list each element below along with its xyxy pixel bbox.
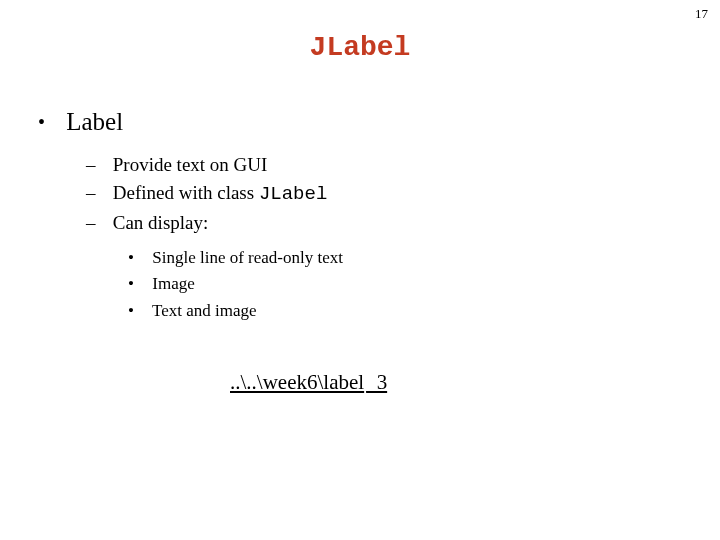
subbullet-text: Provide text on GUI (113, 154, 268, 175)
subbullet-can-display: Can display: Single line of read-only te… (86, 209, 720, 325)
bullet-label: Label Provide text on GUI Defined with c… (38, 103, 720, 324)
slide-content: Label Provide text on GUI Defined with c… (0, 103, 720, 395)
file-link-tail: _3 (364, 370, 387, 394)
subbullet-text-prefix: Defined with class (113, 182, 259, 203)
subsubbullet-text: Single line of read-only text (152, 248, 343, 267)
subbullet-code: JLabel (259, 183, 327, 205)
subbullet-defined-with: Defined with class JLabel (86, 179, 720, 209)
file-link[interactable]: ..\..\week6\label_3 (230, 370, 720, 395)
subsubbullet-text: Image (152, 274, 194, 293)
subsubbullet-image: Image (128, 271, 720, 297)
subbullet-text: Can display: (113, 212, 209, 233)
subbullet-provide-text: Provide text on GUI (86, 151, 720, 180)
slide-title: JLabel (0, 32, 720, 63)
subsubbullet-single-line: Single line of read-only text (128, 245, 720, 271)
subsubbullet-text: Text and image (152, 301, 257, 320)
subsubbullet-text-and-image: Text and image (128, 298, 720, 324)
bullet-label-text: Label (66, 108, 123, 135)
file-link-path: ..\..\week6\label (230, 370, 364, 394)
page-number: 17 (695, 6, 708, 22)
